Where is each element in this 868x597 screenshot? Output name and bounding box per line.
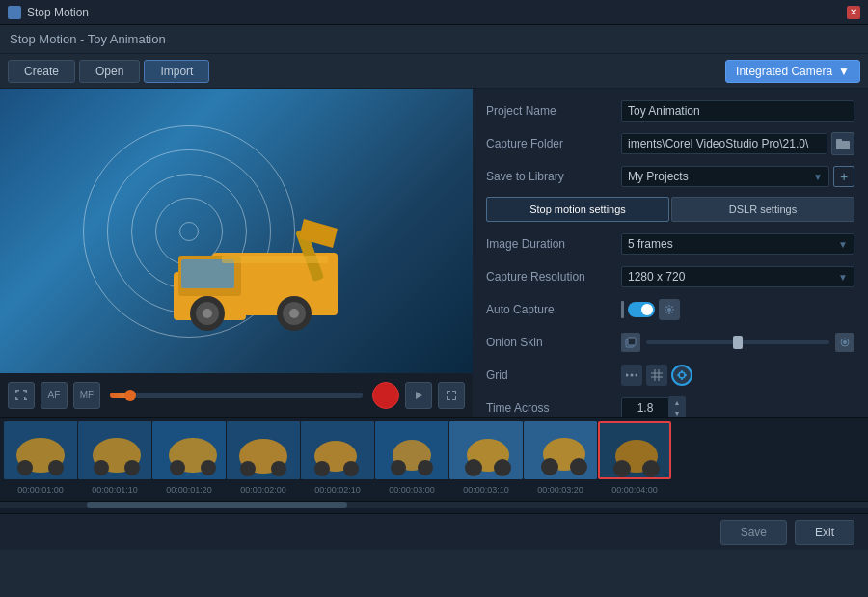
onion-skin-thumb[interactable] [733, 336, 743, 349]
browse-folder-button[interactable] [831, 132, 854, 155]
frame-thumb-9[interactable] [598, 421, 671, 479]
toggle-pipe [621, 301, 624, 318]
af-button[interactable]: AF [41, 382, 68, 409]
capture-folder-label: Capture Folder [486, 137, 621, 150]
image-duration-dropdown[interactable]: 5 frames ▼ [621, 233, 854, 255]
mf-button[interactable]: MF [73, 382, 100, 409]
project-name-input[interactable] [621, 100, 854, 122]
toolbar: Create Open Import Integrated Camera ▼ [0, 54, 868, 89]
timeline-timestamps: 00:00:01:00 00:00:01:10 00:00:01:20 00:0… [0, 483, 868, 501]
onion-skin-slider[interactable] [646, 340, 829, 344]
frame-thumb-7[interactable] [449, 421, 523, 479]
frame-thumb-2[interactable] [78, 421, 151, 479]
grid-row: Grid [486, 363, 854, 388]
onion-skin-label: Onion Skin [486, 336, 621, 349]
image-duration-row: Image Duration 5 frames ▼ [486, 231, 854, 257]
grid-label: Grid [486, 368, 621, 382]
svg-point-68 [642, 460, 660, 477]
video-controls: AF MF [0, 373, 473, 417]
capture-folder-input[interactable] [621, 133, 827, 154]
onion-skin-row: Onion Skin [486, 330, 854, 355]
svg-point-43 [170, 460, 185, 475]
library-dropdown-arrow: ▼ [813, 172, 823, 182]
image-duration-label: Image Duration [486, 237, 621, 251]
timestamp-8: 00:00:03:20 [524, 485, 597, 499]
capture-resolution-row: Capture Resolution 1280 x 720 ▼ [486, 264, 854, 289]
camera-label: Integrated Camera [736, 65, 832, 78]
svg-point-63 [541, 458, 558, 475]
bottom-bar: Save Exit [0, 513, 868, 550]
svg-point-67 [613, 460, 631, 477]
auto-capture-toggle[interactable] [628, 302, 655, 317]
svg-point-35 [17, 460, 33, 475]
timeline-scrollbar[interactable] [0, 501, 868, 508]
auto-capture-toggle-group [621, 299, 680, 320]
create-button[interactable]: Create [8, 60, 75, 83]
timestamp-7: 00:00:03:10 [449, 485, 523, 499]
auto-capture-label: Auto Capture [486, 303, 621, 316]
svg-point-39 [94, 460, 109, 475]
svg-point-64 [570, 458, 587, 475]
grid-target-button[interactable] [671, 365, 692, 386]
dslr-tab[interactable]: DSLR settings [671, 197, 854, 222]
import-button[interactable]: Import [144, 60, 209, 83]
stop-motion-tab[interactable]: Stop motion settings [486, 197, 669, 222]
time-across-input[interactable] [621, 397, 669, 417]
grid-controls [621, 365, 854, 386]
frame-thumb-5[interactable] [301, 421, 374, 479]
expand-button[interactable] [438, 382, 465, 409]
svg-point-52 [343, 461, 359, 476]
frame-thumb-6[interactable] [375, 421, 448, 479]
add-library-button[interactable]: + [833, 166, 854, 187]
svg-point-16 [667, 308, 671, 312]
frame-thumb-4[interactable] [227, 421, 300, 479]
svg-point-56 [418, 460, 433, 475]
resolution-arrow: ▼ [838, 272, 848, 283]
exit-button[interactable]: Exit [795, 520, 854, 545]
save-button[interactable]: Save [720, 520, 787, 545]
capture-resolution-label: Capture Resolution [486, 270, 621, 284]
progress-bar[interactable] [110, 393, 363, 398]
frame-thumb-3[interactable] [152, 421, 226, 479]
toy-truck [154, 200, 366, 344]
subtitle-bar: Stop Motion - Toy Animation [0, 25, 868, 54]
svg-point-51 [314, 461, 330, 476]
capture-resolution-dropdown[interactable]: 1280 x 720 ▼ [621, 266, 854, 287]
timestamp-5: 00:00:02:10 [301, 485, 374, 499]
frame-thumb-8[interactable] [524, 421, 597, 479]
play-button[interactable] [405, 382, 432, 409]
time-across-spinner: ▲ ▼ [621, 396, 686, 417]
library-dropdown[interactable]: My Projects ▼ [621, 166, 829, 187]
grid-dots-button[interactable] [621, 365, 642, 386]
onion-skin-extra[interactable] [835, 333, 854, 352]
time-across-row: Time Across ▲ ▼ [486, 395, 854, 417]
fit-button[interactable] [8, 382, 35, 409]
svg-rect-18 [628, 338, 636, 345]
svg-point-59 [465, 459, 482, 476]
frame-thumb-1[interactable] [4, 421, 77, 479]
project-name-row: Project Name [486, 98, 854, 123]
spinner-down[interactable]: ▼ [669, 408, 685, 417]
grid-grid-button[interactable] [646, 365, 667, 386]
settings-panel: Project Name Capture Folder Save to Libr… [473, 89, 868, 417]
svg-rect-12 [222, 256, 328, 263]
spinner-buttons: ▲ ▼ [669, 396, 686, 417]
main-content: AF MF Project Name [0, 89, 868, 417]
scroll-thumb[interactable] [87, 502, 347, 508]
onion-skin-controls [621, 333, 854, 352]
onion-skin-slider-group [621, 333, 854, 352]
record-button[interactable] [372, 382, 399, 409]
svg-point-20 [843, 340, 847, 344]
auto-capture-settings[interactable] [659, 299, 680, 320]
spinner-up[interactable]: ▲ [669, 397, 685, 408]
svg-marker-13 [416, 392, 422, 399]
svg-point-47 [240, 461, 256, 476]
timestamp-1: 00:00:01:00 [4, 485, 77, 499]
svg-rect-15 [836, 139, 842, 143]
open-button[interactable]: Open [79, 60, 140, 83]
camera-selector[interactable]: Integrated Camera ▼ [725, 60, 860, 83]
close-button[interactable]: ✕ [847, 6, 860, 19]
svg-point-55 [391, 460, 406, 475]
video-canvas [0, 89, 473, 373]
onion-skin-copy[interactable] [621, 333, 640, 352]
